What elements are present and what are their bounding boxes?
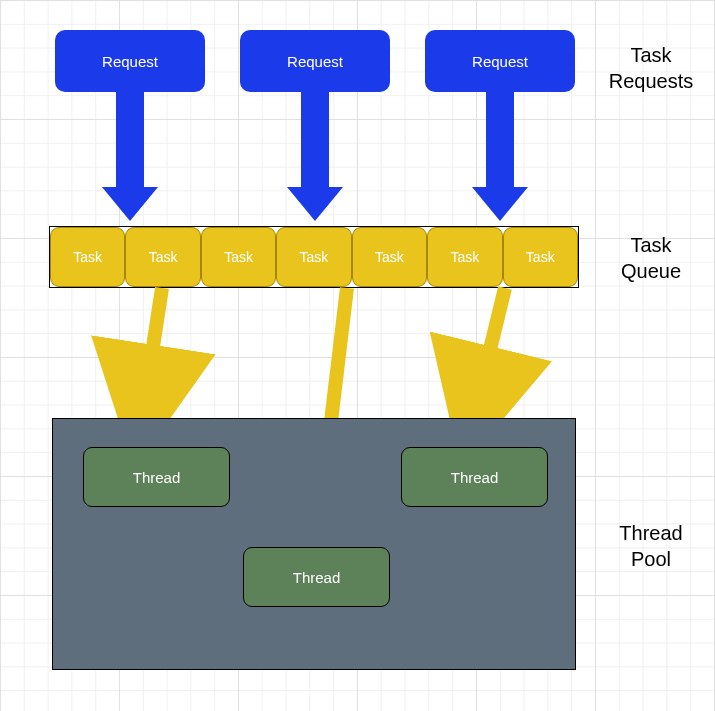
thread-pool-box: Thread Thread Thread — [52, 418, 576, 670]
section-label-queue: Task Queue — [596, 232, 706, 284]
diagram-canvas: Request Request Request Task Task Task T… — [0, 0, 715, 711]
thread-label: Thread — [293, 569, 341, 586]
svg-line-0 — [140, 288, 162, 432]
thread-box: Thread — [243, 547, 390, 607]
svg-line-2 — [470, 288, 505, 432]
section-label-pool: Thread Pool — [596, 520, 706, 572]
thread-box: Thread — [401, 447, 548, 507]
section-label-requests: Task Requests — [596, 42, 706, 94]
thread-label: Thread — [451, 469, 499, 486]
thread-box: Thread — [83, 447, 230, 507]
thread-label: Thread — [133, 469, 181, 486]
